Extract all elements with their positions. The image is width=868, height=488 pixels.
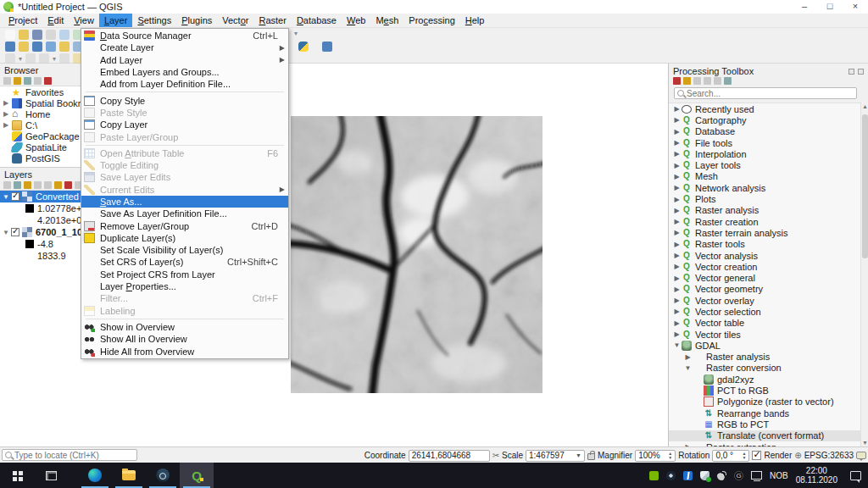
processing-item-plots[interactable]: ▶QPlots [669,193,861,204]
menu-item-set-crs-of-layer-s[interactable]: Set CRS of Layer(s)Ctrl+Shift+C [81,256,288,268]
extents-toggle-icon[interactable]: ✂ [492,451,499,460]
python-console-icon[interactable] [298,42,309,52]
menu-item-save-as[interactable]: Save As... [81,196,288,208]
expand-arrow-icon[interactable]: ▼ [672,341,682,349]
menu-item-open-attribute-table[interactable]: Open Attribute TableF6 [81,147,288,159]
expand-arrow-icon[interactable]: ▶ [672,139,682,147]
expand-arrow-icon[interactable]: ▶ [3,110,12,118]
processing-item-network-analysis[interactable]: ▶QNetwork analysis [669,182,861,193]
crs-globe-icon[interactable]: ⊕ [794,451,801,460]
layers-toolbar-icon[interactable] [44,181,52,189]
expand-arrow-icon[interactable]: ▶ [672,286,682,293]
processing-item-gdal2xyz[interactable]: gdal2xyz [669,374,861,385]
menu-item-add-layer[interactable]: Add Layer▶ [81,54,288,66]
menu-item-copy-style[interactable]: Copy Style [81,94,288,106]
minimize-button[interactable]: – [792,0,817,14]
scrollbar-thumb[interactable] [862,114,868,258]
processing-item-recently-used[interactable]: ▶Recently used [669,103,861,114]
toolbar-icon[interactable] [59,42,70,52]
browser-toolbar-icon[interactable] [24,77,31,85]
menu-processing[interactable]: Processing [403,14,459,27]
menu-item-layer-properties[interactable]: Layer Properties... [81,280,288,292]
qgis-taskbar-button[interactable]: Q [180,463,214,488]
lock-scale-icon[interactable] [587,453,595,460]
expand-arrow-icon[interactable]: ▶ [672,308,682,315]
menu-project[interactable]: Project [3,14,42,27]
crs-status[interactable]: EPSG:32633 [804,451,854,460]
expand-arrow-icon[interactable]: ▶ [672,252,682,259]
expand-arrow-icon[interactable]: ▶ [672,330,682,338]
expand-arrow-icon[interactable]: ▶ [672,162,682,169]
menu-database[interactable]: Database [292,14,342,27]
menu-item-save-layer-edits[interactable]: Save Layer Edits [81,171,288,183]
toolbar-icon[interactable] [5,30,15,40]
menu-web[interactable]: Web [342,14,370,27]
expand-arrow-icon[interactable]: ▶ [672,105,682,113]
scroll-down-icon[interactable]: ▼ [861,439,868,446]
processing-item-vector-table[interactable]: ▶QVector table [669,318,861,329]
expand-arrow-icon[interactable]: ▶ [672,229,682,236]
toolbar-icon[interactable] [32,30,42,40]
menu-vector[interactable]: Vector [217,14,253,27]
layer-visibility-checkbox[interactable] [11,192,19,201]
processing-item-raster-creation[interactable]: ▶QRaster creation [669,216,861,227]
menu-item-toggle-editing[interactable]: Toggle Editing [81,159,288,171]
processing-toolbar-icon[interactable] [704,77,711,85]
layers-toolbar-icon[interactable] [64,181,72,189]
toolbar-icon[interactable] [5,53,15,64]
network-icon[interactable] [751,471,762,480]
toolbar-icon[interactable] [19,30,29,40]
toolbar-dropdown-icon[interactable]: ▾ [53,55,56,63]
language-indicator[interactable]: NOB [770,471,788,480]
menu-item-copy-layer[interactable]: Copy Layer [81,119,288,130]
processing-item-gdal[interactable]: ▼GDAL [669,340,861,351]
toolbar-icon[interactable] [46,42,56,52]
menu-item-remove-layer-group[interactable]: Remove Layer/GroupCtrl+D [81,219,288,231]
notification-center-icon[interactable] [850,471,861,480]
expand-arrow-icon[interactable]: ▶ [672,218,682,225]
menu-item-show-all-in-overview[interactable]: Show All in Overview [81,333,288,345]
satellite-dish-icon[interactable] [717,471,726,480]
windows-defender-icon[interactable] [700,471,709,480]
expand-arrow-icon[interactable]: ▶ [672,319,682,327]
menu-item-create-layer[interactable]: Create Layer▶ [81,42,288,53]
magnifier-spinbox[interactable]: 100% ▲▼ [635,450,676,462]
collapse-arrow-icon[interactable]: ▼ [3,193,11,201]
spinner-arrows-icon[interactable]: ▲▼ [742,452,746,460]
toolbar-icon[interactable] [25,53,36,64]
maximize-button[interactable]: □ [817,0,843,14]
browser-toolbar-icon[interactable] [14,77,21,85]
processing-item-file-tools[interactable]: ▶QFile tools [669,137,861,148]
toolbar-icon[interactable] [46,30,56,40]
menu-plugins[interactable]: Plugins [176,14,217,27]
layers-toolbar-icon[interactable] [54,181,62,189]
expand-arrow-icon[interactable]: ▶ [672,196,682,203]
panel-close-icon[interactable] [858,69,864,75]
menu-item-labeling[interactable]: Labeling [81,305,288,317]
processing-item-polygonize-raster-to-vector[interactable]: Polygonize (raster to vector) [669,396,861,408]
menu-item-show-in-overview[interactable]: Show in Overview [81,321,288,333]
processing-item-raster-tools[interactable]: ▶QRaster tools [669,239,861,250]
wrench-icon[interactable] [724,77,732,85]
processing-item-interpolation[interactable]: ▶QInterpolation [669,148,861,159]
menu-help[interactable]: Help [460,14,490,27]
processing-toolbox-icon[interactable] [322,42,332,52]
coordinate-value[interactable]: 26141,6804668 [409,450,490,462]
expand-arrow-icon[interactable]: ▶ [672,116,682,124]
scale-combobox[interactable]: 1:467597 ▼ [526,450,585,462]
layer-visibility-checkbox[interactable] [11,228,19,236]
browser-toolbar-icon[interactable] [44,77,52,85]
menu-item-save-as-layer-definition-file[interactable]: Save As Layer Definition File... [81,208,288,219]
menu-mesh[interactable]: Mesh [370,14,403,27]
processing-item-vector-tiles[interactable]: ▶QVector tiles [669,329,861,340]
toolbar-icon[interactable] [59,30,70,40]
processing-item-translate-convert-format[interactable]: ⇅Translate (convert format) [669,430,861,441]
menu-view[interactable]: View [69,14,99,27]
processing-item-vector-creation[interactable]: ▶QVector creation [669,261,861,272]
render-checkbox[interactable] [752,451,761,460]
menu-settings[interactable]: Settings [132,14,176,27]
processing-item-vector-analysis[interactable]: ▶QVector analysis [669,250,861,261]
processing-item-rearrange-bands[interactable]: ⇅Rearrange bands [669,408,861,419]
messages-icon[interactable] [856,452,866,459]
toolbar-dropdown-icon[interactable]: ▾ [19,55,22,63]
